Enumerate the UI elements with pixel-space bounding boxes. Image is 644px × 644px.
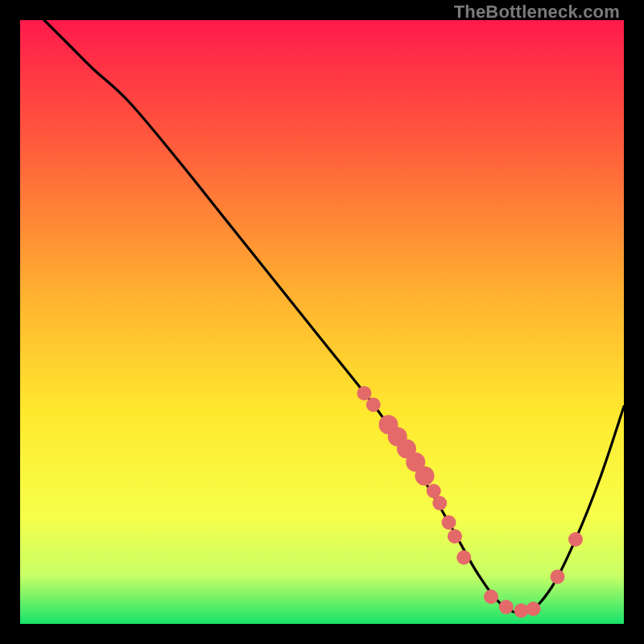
marker-dot xyxy=(526,601,541,616)
marker-dot xyxy=(432,496,447,510)
marker-dot xyxy=(357,386,372,401)
marker-dot xyxy=(484,589,498,604)
chart-svg xyxy=(20,20,624,624)
marker-dot xyxy=(568,532,583,547)
gradient-background xyxy=(20,20,624,624)
marker-dot xyxy=(456,551,471,565)
marker-dot xyxy=(415,466,435,485)
marker-dot xyxy=(551,570,565,584)
marker-dot xyxy=(442,515,456,530)
marker-dot xyxy=(499,600,514,614)
chart-plot-area xyxy=(20,20,624,624)
marker-dot xyxy=(448,529,462,543)
marker-dot xyxy=(366,398,381,412)
watermark-text: TheBottleneck.com xyxy=(454,2,620,23)
